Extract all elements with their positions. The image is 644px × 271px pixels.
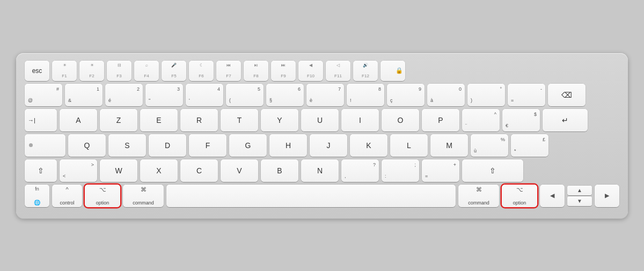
6-key[interactable]: 6 § [266,84,304,106]
n-key[interactable]: N [301,159,339,182]
arrow-vertical-group: ▲ ▼ [567,186,592,206]
f3-key[interactable]: ⊟ F3 [107,61,131,81]
lbracket-key[interactable]: ^ ¨ [462,109,500,131]
arrow-right-key[interactable]: ▶ [595,185,619,207]
0-key[interactable]: 0 à [427,84,465,106]
k-key[interactable]: K [350,134,387,157]
1-key[interactable]: 1 & [65,84,103,106]
function-row: esc ☀ F1 ☀ F2 ⊟ F3 ⌕ F4 🎤 F5 ☾ F6 ⏮ F7 [25,61,619,81]
t-key[interactable]: T [221,109,258,131]
keyboard: esc ☀ F1 ☀ F2 ⊟ F3 ⌕ F4 🎤 F5 ☾ F6 ⏮ F7 [16,53,628,218]
f9-key[interactable]: ⏭ F9 [271,61,296,81]
p-key[interactable]: P [422,109,459,131]
q-key[interactable]: Q [68,134,106,157]
arrow-up-key[interactable]: ▲ [567,186,592,195]
y-key[interactable]: Y [261,109,298,131]
s-key[interactable]: S [108,134,146,157]
enter-key[interactable]: ↵ [543,109,588,131]
z-key[interactable]: Z [100,109,137,131]
9-key[interactable]: 9 ç [387,84,425,106]
e-key[interactable]: E [140,109,178,131]
arrow-down-key[interactable]: ▼ [567,196,592,206]
backtick-key[interactable]: # @ [25,84,62,106]
7-key[interactable]: 7 è [306,84,344,106]
space-key[interactable] [166,185,456,207]
g-key[interactable]: G [229,134,267,157]
v-key[interactable]: V [221,159,258,182]
a-key[interactable]: A [60,109,97,131]
f8-key[interactable]: ⏯ F8 [244,61,268,81]
minus-key[interactable]: ° ) [467,84,505,106]
home-row: Q S D F G H J K L M % ù [25,134,619,157]
shift-row: ⇧ > < W X C V B N ? , ; : [25,159,619,182]
rbracket-key[interactable]: $ € [502,109,540,131]
quote-key[interactable]: £ * [511,134,548,157]
f1-key[interactable]: ☀ F1 [52,61,77,81]
left-shift-key[interactable]: ⇧ [25,159,57,182]
option-left-key[interactable]: ⌥ option [85,185,120,207]
caps-lock-key[interactable] [25,134,65,157]
tab-key[interactable]: →| [25,109,57,131]
i-key[interactable]: I [341,109,379,131]
control-key[interactable]: ^ control [52,185,82,207]
fn-key[interactable]: fn 🌐 [25,185,49,207]
f5-key[interactable]: 🎤 F5 [162,61,186,81]
azerty-top-row: →| A Z E R T Y U I O P ^ [25,109,619,131]
3-key[interactable]: 3 " [145,84,183,106]
j-key[interactable]: J [310,134,347,157]
caps-indicator [29,143,33,147]
option-right-key[interactable]: ⌥ option [502,185,537,207]
5-key[interactable]: 5 ( [226,84,264,106]
f-key[interactable]: F [189,134,226,157]
f4-key[interactable]: ⌕ F4 [134,61,159,81]
8-key[interactable]: 8 ! [347,84,384,106]
esc-key[interactable]: esc [25,61,49,81]
number-row: # @ 1 & 2 é 3 " 4 ' 5 ( 6 § 7 è [25,84,619,106]
command-right-key[interactable]: ⌘ command [458,185,499,207]
f10-key[interactable]: ◀ F10 [298,61,323,81]
arrow-left-key[interactable]: ◀ [540,185,565,207]
semicolon-key[interactable]: % ù [471,134,508,157]
o-key[interactable]: O [382,109,419,131]
period-key[interactable]: ; : [382,159,419,182]
x-key[interactable]: X [140,159,178,182]
slash-key[interactable]: + = [422,159,459,182]
2-key[interactable]: 2 é [105,84,143,106]
d-key[interactable]: D [149,134,186,157]
angle-bracket-key[interactable]: > < [60,159,97,182]
4-key[interactable]: 4 ' [186,84,223,106]
l-key[interactable]: L [390,134,428,157]
comma-key[interactable]: ? , [341,159,379,182]
f6-key[interactable]: ☾ F6 [189,61,214,81]
h-key[interactable]: H [269,134,307,157]
backspace-key[interactable]: ⌫ [548,84,586,106]
w-key[interactable]: W [100,159,137,182]
lock-key[interactable]: 🔒 [380,61,405,81]
f12-key[interactable]: 🔊 F12 [353,61,378,81]
m-key[interactable]: M [430,134,468,157]
f11-key[interactable]: ◁ F11 [326,61,350,81]
modifier-row: fn 🌐 ^ control ⌥ option ⌘ command ⌘ comm… [25,185,619,207]
c-key[interactable]: C [180,159,218,182]
f7-key[interactable]: ⏮ F7 [216,61,241,81]
f2-key[interactable]: ☀ F2 [79,61,104,81]
right-shift-key[interactable]: ⇧ [462,159,523,182]
r-key[interactable]: R [180,109,218,131]
command-left-key[interactable]: ⌘ command [123,185,164,207]
b-key[interactable]: B [261,159,298,182]
equals-key[interactable]: - = [508,84,545,106]
u-key[interactable]: U [301,109,339,131]
